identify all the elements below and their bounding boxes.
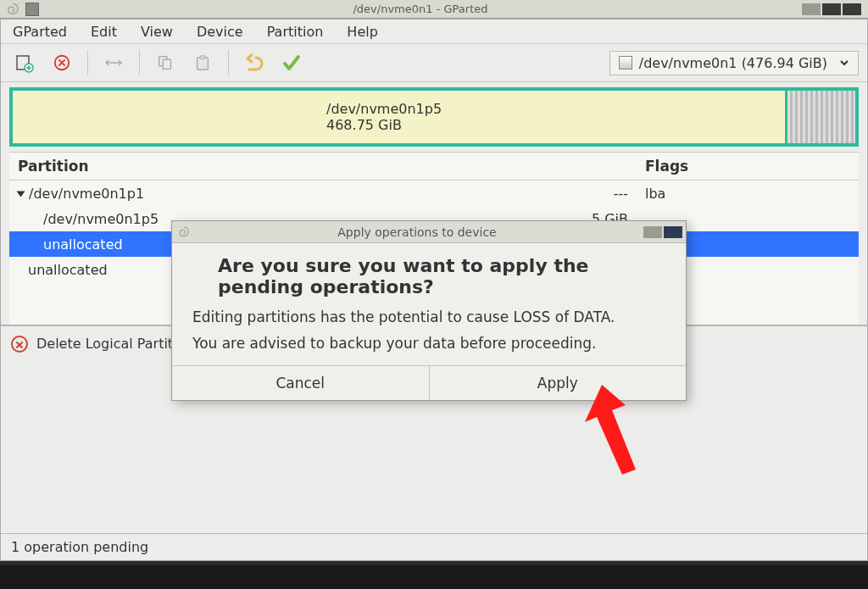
paste-button — [187, 47, 218, 78]
apply-confirm-button[interactable]: Apply — [430, 366, 687, 400]
partition-size: --- — [509, 186, 637, 202]
window-maximize-button[interactable] — [822, 3, 841, 15]
dialog-titlebar: Apply operations to device — [172, 221, 686, 243]
col-mountpoint[interactable] — [348, 153, 509, 180]
screen-bottom-strip — [0, 565, 868, 589]
partition-list-header: Partition Flags — [9, 153, 859, 181]
status-bar: 1 operation pending — [1, 533, 867, 560]
svg-rect-6 — [200, 56, 205, 59]
menu-partition[interactable]: Partition — [267, 24, 324, 40]
gparted-app-icon — [25, 3, 39, 16]
col-filesystem[interactable] — [187, 153, 348, 180]
apply-confirm-dialog: Apply operations to device Are you sure … — [171, 220, 687, 401]
partition-name: /dev/nvme0n1p5 — [9, 211, 187, 227]
undo-button[interactable] — [239, 47, 270, 78]
toolbar-separator — [139, 50, 140, 75]
window-title: /dev/nvme0n1 - GParted — [39, 3, 802, 15]
menu-view[interactable]: View — [141, 24, 173, 40]
partition-name: unallocated — [9, 262, 187, 278]
delete-partition-button[interactable] — [47, 47, 77, 78]
copy-button — [150, 47, 181, 78]
window-titlebar: /dev/nvme0n1 - GParted — [0, 0, 868, 19]
debian-spiral-icon — [177, 225, 191, 239]
disk-graphic-unallocated[interactable] — [787, 91, 855, 143]
window-minimize-button[interactable] — [802, 3, 821, 15]
cancel-button[interactable]: Cancel — [172, 366, 430, 400]
disk-graphic-partition[interactable]: /dev/nvme0n1p5 468.75 GiB — [13, 91, 787, 143]
toolbar-separator — [87, 50, 88, 75]
dialog-warning-1: Editing partitions has the potential to … — [192, 308, 665, 327]
partition-row[interactable]: /dev/nvme0n1p1 --- lba — [9, 181, 859, 206]
dialog-max-button[interactable] — [664, 226, 682, 238]
menu-help[interactable]: Help — [347, 24, 377, 40]
col-size[interactable] — [509, 153, 637, 180]
disk-graphic[interactable]: /dev/nvme0n1p5 468.75 GiB — [9, 87, 859, 147]
partition-flags: lba — [637, 186, 859, 202]
debian-spiral-icon — [5, 2, 20, 17]
toolbar: /dev/nvme0n1 (476.94 GiB) — [1, 43, 867, 82]
disk-graphic-partition-size: 468.75 GiB — [326, 117, 785, 133]
dialog-warning-2: You are advised to backup your data befo… — [192, 334, 665, 353]
disk-icon — [619, 56, 632, 69]
resize-move-button — [98, 47, 129, 78]
menu-device[interactable]: Device — [197, 24, 243, 40]
dialog-heading: Are you sure you want to apply the pendi… — [218, 255, 591, 297]
dialog-title: Apply operations to device — [191, 225, 643, 239]
delete-op-icon — [11, 336, 28, 353]
partition-name: unallocated — [9, 236, 187, 253]
window-close-button[interactable] — [843, 3, 861, 15]
expand-caret-icon[interactable] — [17, 191, 25, 197]
device-selector-label: /dev/nvme0n1 (476.94 GiB) — [639, 55, 827, 71]
svg-rect-4 — [163, 59, 170, 69]
status-text: 1 operation pending — [11, 539, 148, 555]
toolbar-separator — [228, 50, 229, 75]
apply-button[interactable] — [276, 47, 307, 78]
new-partition-button[interactable] — [9, 47, 40, 78]
menu-edit[interactable]: Edit — [91, 24, 117, 40]
menubar: GParted Edit View Device Partition Help — [1, 19, 867, 43]
menu-gparted[interactable]: GParted — [13, 24, 67, 40]
chevron-down-icon — [839, 58, 849, 68]
disk-graphic-partition-path: /dev/nvme0n1p5 — [326, 101, 785, 117]
partition-name: /dev/nvme0n1p1 — [29, 186, 144, 202]
col-partition[interactable]: Partition — [9, 153, 187, 180]
device-selector[interactable]: /dev/nvme0n1 (476.94 GiB) — [609, 51, 859, 75]
col-flags[interactable]: Flags — [637, 153, 859, 180]
dialog-min-button[interactable] — [643, 226, 662, 238]
